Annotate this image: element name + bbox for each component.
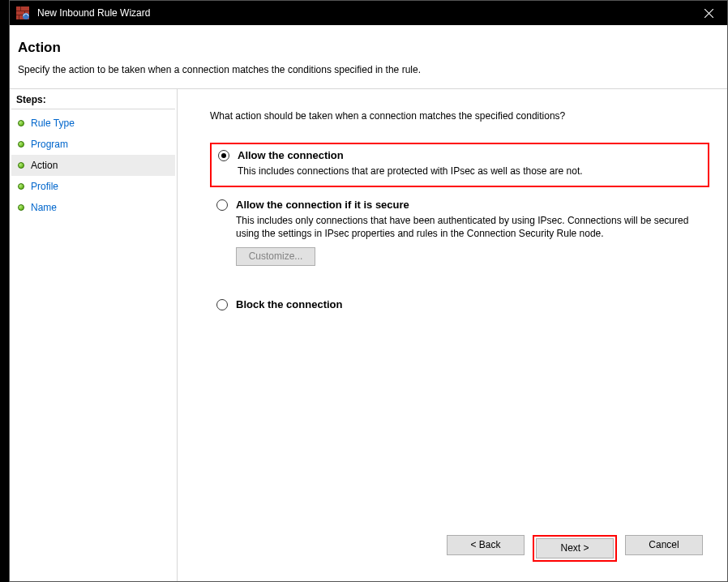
radio-block[interactable] (216, 299, 228, 310)
options-group: Allow the connection This includes conne… (210, 143, 709, 527)
step-bullet-icon (18, 183, 24, 190)
radio-allow[interactable] (218, 150, 229, 161)
back-button[interactable]: < Back (447, 535, 525, 555)
option-desc: This includes only connections that have… (236, 214, 690, 240)
step-label: Program (31, 139, 68, 150)
left-margin (0, 0, 9, 582)
option-title: Allow the connection (238, 149, 344, 161)
back-button-wrap: < Back (447, 535, 525, 562)
step-bullet-icon (18, 204, 24, 211)
step-name[interactable]: Name (11, 197, 175, 218)
cancel-button[interactable]: Cancel (625, 535, 703, 555)
option-title: Allow the connection if it is secure (236, 199, 409, 211)
step-label: Rule Type (31, 118, 75, 129)
option-allow-connection[interactable]: Allow the connection This includes conne… (210, 143, 709, 187)
step-program[interactable]: Program (11, 134, 175, 155)
footer-buttons: < Back Next > Cancel (210, 527, 709, 570)
step-label: Name (31, 202, 57, 213)
svg-rect-1 (16, 11, 29, 11)
step-label: Profile (31, 181, 58, 192)
option-block-connection[interactable]: Block the connection (210, 293, 709, 319)
window-title: New Inbound Rule Wizard (37, 7, 690, 19)
wizard-window: New Inbound Rule Wizard Action Specify t… (9, 0, 728, 582)
step-action[interactable]: Action (11, 155, 175, 176)
step-rule-type[interactable]: Rule Type (11, 113, 175, 134)
svg-rect-5 (19, 15, 19, 19)
page-title: Action (18, 40, 719, 56)
radio-allow-secure[interactable] (216, 199, 228, 211)
svg-rect-3 (20, 6, 21, 11)
titlebar: New Inbound Rule Wizard (10, 1, 727, 25)
step-bullet-icon (18, 120, 24, 126)
close-button[interactable] (690, 1, 727, 25)
step-bullet-icon (18, 141, 24, 148)
cancel-button-wrap: Cancel (625, 535, 703, 562)
step-bullet-icon (18, 162, 24, 169)
customize-button: Customize... (236, 247, 315, 266)
option-allow-secure[interactable]: Allow the connection if it is secure Thi… (210, 194, 709, 273)
steps-label: Steps: (11, 94, 175, 109)
main-panel: What action should be taken when a conne… (178, 89, 727, 581)
firewall-icon (16, 6, 29, 19)
step-label: Action (31, 160, 58, 171)
option-title: Block the connection (236, 298, 342, 310)
page-subtitle: Specify the action to be taken when a co… (18, 64, 719, 75)
next-button[interactable]: Next > (536, 538, 614, 558)
option-desc: This includes connections that are prote… (238, 165, 692, 178)
next-button-wrap: Next > (533, 535, 617, 562)
body: Steps: Rule Type Program Action Profile … (10, 89, 727, 581)
step-profile[interactable]: Profile (11, 176, 175, 197)
header: Action Specify the action to be taken wh… (10, 25, 727, 89)
prompt-text: What action should be taken when a conne… (210, 110, 709, 122)
steps-sidebar: Steps: Rule Type Program Action Profile … (10, 89, 178, 581)
